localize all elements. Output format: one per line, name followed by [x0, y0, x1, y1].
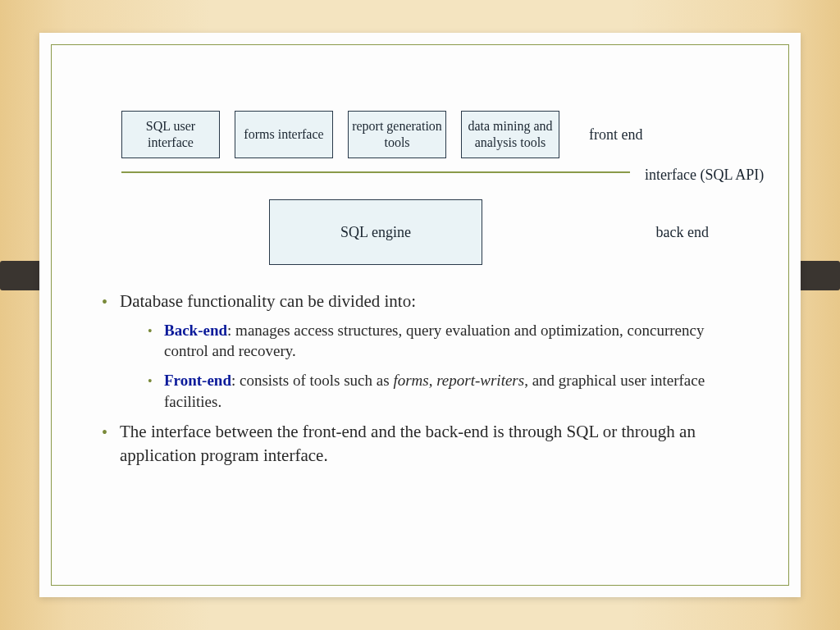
bullet-1b-report-writers: report-writers [436, 372, 524, 389]
box-sql-engine: SQL engine [269, 199, 482, 265]
bullet-1b-pre: : consists of tools such as [231, 372, 393, 389]
slide-card: SQL user interface forms interface repor… [39, 33, 801, 597]
architecture-diagram: SQL user interface forms interface repor… [121, 111, 743, 265]
bullet-1-text: Database functionality can be divided in… [120, 291, 416, 311]
bullet-1a-label: Back-end [164, 322, 227, 339]
back-end-label: back end [656, 224, 709, 241]
bullet-1a: Back-end: manages access structures, que… [143, 320, 743, 362]
box-sql-user-interface: SQL user interface [121, 111, 220, 158]
slide-inner-border: SQL user interface forms interface repor… [51, 44, 789, 586]
bullet-1b-mid1: , [429, 372, 437, 389]
divider-line [121, 171, 630, 173]
bullet-2-text: The interface between the front-end and … [120, 422, 696, 464]
box-data-mining: data mining and analysis tools [461, 111, 559, 158]
bullet-1b-forms: forms [393, 372, 428, 389]
box-forms-interface: forms interface [235, 111, 333, 158]
front-end-row: SQL user interface forms interface repor… [121, 111, 743, 158]
interface-row: interface (SQL API) [121, 165, 743, 185]
bullet-list: Database functionality can be divided in… [97, 290, 743, 467]
bullet-2: The interface between the front-end and … [97, 420, 743, 467]
bullet-1: Database functionality can be divided in… [97, 290, 743, 412]
front-end-label: front end [589, 126, 642, 144]
bullet-1a-text: : manages access structures, query evalu… [164, 322, 704, 360]
box-report-generation: report generation tools [348, 111, 446, 158]
bullet-1b-label: Front-end [164, 372, 231, 389]
bullet-1b: Front-end: consists of tools such as for… [143, 370, 743, 412]
back-end-row: SQL engine back end [121, 199, 743, 265]
interface-label: interface (SQL API) [645, 165, 764, 185]
